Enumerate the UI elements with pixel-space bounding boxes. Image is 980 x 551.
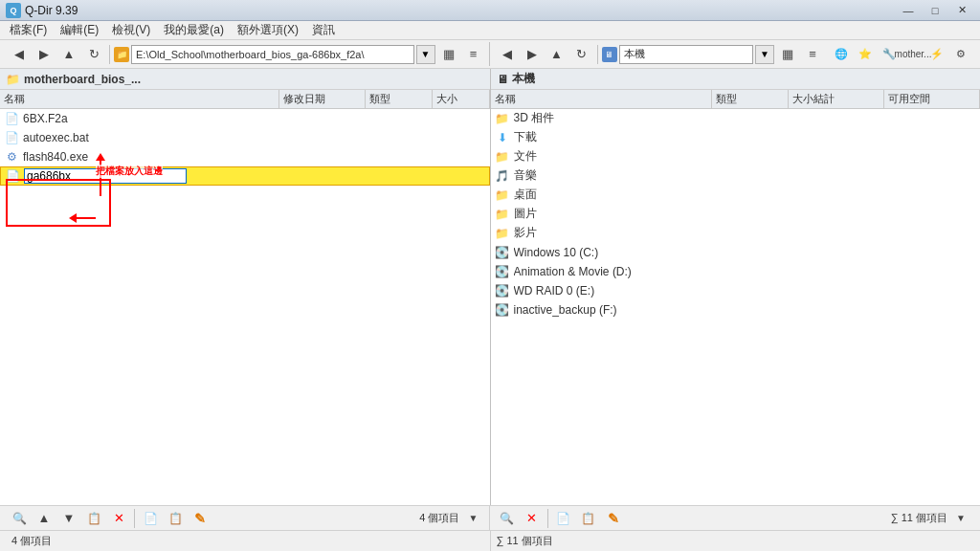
bottom-down-btn[interactable]: ▼ <box>57 507 80 530</box>
menu-view[interactable]: 檢視(V) <box>106 20 156 40</box>
right-col-headers: 名稱 類型 大小結計 可用空間 <box>491 90 981 109</box>
right-file-row[interactable]: 📁 影片 <box>491 224 981 243</box>
right-back-button[interactable]: ◀ <box>496 43 519 66</box>
right-file-name: 文件 <box>514 148 709 165</box>
maximize-button[interactable]: □ <box>923 2 947 19</box>
right-file-row[interactable]: 📁 文件 <box>491 147 981 166</box>
tb-icon-4[interactable]: mother... <box>902 43 924 66</box>
file-row-selected[interactable]: 📄 <box>0 166 490 186</box>
right-file-name: Animation & Movie (D:) <box>514 265 709 278</box>
left-status-bar: 4 個項目 <box>6 531 491 551</box>
left-col-date[interactable]: 修改日期 <box>279 90 366 108</box>
right-file-row[interactable]: 🎵 音樂 <box>491 166 981 186</box>
right-view-btn1[interactable]: ▦ <box>776 43 799 66</box>
up-button[interactable]: ▲ <box>57 43 80 66</box>
close-button[interactable]: ✕ <box>949 2 974 19</box>
right-col-type[interactable]: 類型 <box>712 90 789 108</box>
right-file-name: WD RAID 0 (E:) <box>514 284 709 298</box>
right-file-row[interactable]: 💽 inactive_backup (F:) <box>491 300 981 320</box>
right-file-icon: 💽 <box>495 264 510 279</box>
window-controls: — □ ✕ <box>896 2 974 19</box>
bottom-copy-btn[interactable]: 📄 <box>139 507 162 530</box>
right-file-icon: 💽 <box>495 302 510 318</box>
left-col-headers: 名稱 修改日期 類型 大小 <box>0 90 490 109</box>
title-text: Q-Dir 9.39 <box>25 4 896 17</box>
left-col-name[interactable]: 名稱 <box>0 90 279 108</box>
left-status-items: 4 個項目 <box>11 534 52 548</box>
right-status-count: ∑ 11 個項目 <box>891 511 947 525</box>
rename-input[interactable] <box>24 168 187 184</box>
left-header-folder-icon: 📁 <box>6 73 20 86</box>
bottom-right-copy-btn[interactable]: 📄 <box>552 507 575 530</box>
file-icon: 📄 <box>4 130 19 145</box>
back-button[interactable]: ◀ <box>8 43 31 66</box>
bottom-paste-btn[interactable]: 📋 <box>164 507 187 530</box>
right-col-free[interactable]: 可用空間 <box>884 90 980 108</box>
title-bar: Q Q-Dir 9.39 — □ ✕ <box>0 0 980 21</box>
right-file-row[interactable]: 📁 3D 相件 <box>491 109 981 128</box>
file-icon: 📄 <box>4 111 19 126</box>
right-status-dropdown[interactable]: ▼ <box>949 507 972 530</box>
right-file-icon: 💽 <box>495 245 510 260</box>
menu-extra[interactable]: 額外選項(X) <box>232 20 304 40</box>
right-file-row[interactable]: 📁 桌面 <box>491 186 981 205</box>
right-file-icon: 💽 <box>495 283 510 298</box>
left-view-btn1[interactable]: ▦ <box>437 43 460 66</box>
bottom-action-btn[interactable]: 📋 <box>82 507 105 530</box>
bottom-right-rename-btn[interactable]: ✎ <box>602 507 625 530</box>
tb-icon-5[interactable]: ⚡ <box>925 43 948 66</box>
right-file-icon: ⬇ <box>495 130 510 145</box>
forward-button[interactable]: ▶ <box>33 43 56 66</box>
right-up-button[interactable]: ▲ <box>546 43 568 66</box>
bottom-right-paste-btn[interactable]: 📋 <box>577 507 600 530</box>
right-pane-title: 本機 <box>512 71 535 87</box>
tb-icon-6[interactable]: ⚙ <box>949 43 972 66</box>
right-forward-button[interactable]: ▶ <box>521 43 544 66</box>
right-file-row[interactable]: 📁 圖片 <box>491 205 981 224</box>
right-col-size[interactable]: 大小結計 <box>789 90 884 108</box>
main-toolbar: ◀ ▶ ▲ ↻ 📁 E:\Old_School\motherboard_bios… <box>0 40 980 69</box>
right-status-items: ∑ 11 個項目 <box>497 534 553 548</box>
menu-favorites[interactable]: 我的最愛(a) <box>158 20 230 40</box>
bottom-toolbar: 🔍 ▲ ▼ 📋 ✕ 📄 📋 ✎ 4 個項目 ▼ 🔍 ✕ 📄 📋 ✎ ∑ 11 個… <box>0 505 980 530</box>
left-status-count: 4 個項目 <box>419 511 459 525</box>
left-address-bar[interactable]: E:\Old_School\motherboard_bios_ga-686bx_… <box>131 45 414 64</box>
bottom-right-search-btn[interactable]: 🔍 <box>496 507 519 530</box>
left-address-dropdown[interactable]: ▼ <box>416 45 435 64</box>
refresh-button[interactable]: ↻ <box>82 43 105 66</box>
file-row[interactable]: 📄 6BX.F2a <box>0 109 490 128</box>
bottom-right-del-btn[interactable]: ✕ <box>521 507 544 530</box>
bottom-del-btn[interactable]: ✕ <box>107 507 130 530</box>
menu-bar: 檔案(F) 編輯(E) 檢視(V) 我的最愛(a) 額外選項(X) 資訊 <box>0 21 980 40</box>
right-col-name[interactable]: 名稱 <box>491 90 713 108</box>
right-file-row[interactable]: ⬇ 下載 <box>491 128 981 147</box>
left-status-dropdown[interactable]: ▼ <box>462 507 485 530</box>
right-refresh-button[interactable]: ↻ <box>570 43 593 66</box>
left-col-type[interactable]: 類型 <box>366 90 433 108</box>
left-file-list: 📄 6BX.F2a 📄 autoexec.bat ⚙ flash840.exe <box>0 109 490 505</box>
tb-icon-1[interactable]: 🌐 <box>830 43 853 66</box>
left-view-btn2[interactable]: ≡ <box>462 43 485 66</box>
bottom-search-btn[interactable]: 🔍 <box>8 507 31 530</box>
right-address-bar[interactable]: 本機 <box>619 45 754 64</box>
right-file-name: 圖片 <box>514 206 709 222</box>
minimize-button[interactable]: — <box>896 2 921 19</box>
bottom-rename-btn[interactable]: ✎ <box>189 507 212 530</box>
menu-info[interactable]: 資訊 <box>306 20 341 40</box>
right-file-name: 桌面 <box>514 187 709 203</box>
right-file-row[interactable]: 💽 WD RAID 0 (E:) <box>491 281 981 300</box>
menu-file[interactable]: 檔案(F) <box>4 20 53 40</box>
bottom-up-btn[interactable]: ▲ <box>33 507 56 530</box>
left-col-size[interactable]: 大小 <box>433 90 490 108</box>
right-view-btn2[interactable]: ≡ <box>801 43 824 66</box>
file-name: flash840.exe <box>23 150 276 164</box>
right-file-row[interactable]: 💽 Animation & Movie (D:) <box>491 262 981 281</box>
right-file-row[interactable]: 💽 Windows 10 (C:) <box>491 243 981 262</box>
menu-edit[interactable]: 編輯(E) <box>55 20 104 40</box>
left-pane-header: 📁 motherboard_bios_... <box>0 69 490 90</box>
tb-icon-2[interactable]: ⭐ <box>854 43 877 66</box>
file-row[interactable]: 📄 autoexec.bat <box>0 128 490 147</box>
file-icon-selected: 📄 <box>5 168 20 184</box>
right-address-dropdown[interactable]: ▼ <box>755 45 774 64</box>
file-row[interactable]: ⚙ flash840.exe <box>0 147 490 166</box>
